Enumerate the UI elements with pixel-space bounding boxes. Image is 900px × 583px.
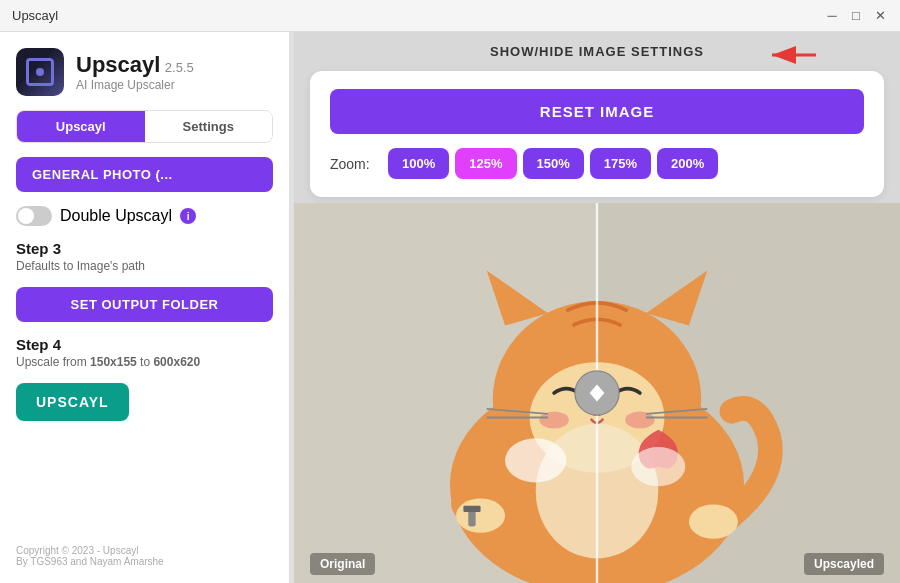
close-button[interactable]: ✕ xyxy=(872,8,888,24)
app-title-group: Upscayl 2.5.5 AI Image Upscaler xyxy=(76,52,194,92)
app-name: Upscayl xyxy=(76,52,160,77)
app-header: Upscayl 2.5.5 AI Image Upscaler xyxy=(16,48,273,96)
main-layout: Upscayl 2.5.5 AI Image Upscaler Upscayl … xyxy=(0,32,900,583)
svg-point-15 xyxy=(456,498,505,532)
reset-image-button[interactable]: RESET IMAGE xyxy=(330,89,864,134)
cat-svg xyxy=(294,203,900,583)
red-arrow-icon xyxy=(768,42,820,72)
step4-desc1: Upscale from xyxy=(16,355,90,369)
step4-middle: to xyxy=(137,355,154,369)
zoom-buttons: 100% 125% 150% 175% 200% xyxy=(388,148,718,179)
step4-bold2: 600x620 xyxy=(153,355,200,369)
toggle-knob xyxy=(18,208,34,224)
zoom-100[interactable]: 100% xyxy=(388,148,449,179)
zoom-row: Zoom: 100% 125% 150% 175% 200% xyxy=(330,148,864,179)
copyright-section: Copyright © 2023 - Upscayl By TGS963 and… xyxy=(16,545,273,567)
app-logo xyxy=(16,48,64,96)
double-upscayl-row: Double Upscayl i xyxy=(16,206,273,226)
minimize-button[interactable]: ─ xyxy=(824,8,840,24)
maximize-button[interactable]: □ xyxy=(848,8,864,24)
copyright-text: Copyright © 2023 - Upscayl xyxy=(16,545,273,556)
main-content: SHOW/HIDE IMAGE SETTINGS RESET IMAGE Zoo… xyxy=(294,32,900,583)
svg-point-25 xyxy=(631,447,685,486)
zoom-150[interactable]: 150% xyxy=(523,148,584,179)
title-bar-controls: ─ □ ✕ xyxy=(824,8,888,24)
step3-desc: Defaults to Image's path xyxy=(16,259,273,273)
tab-settings[interactable]: Settings xyxy=(145,111,273,142)
info-badge[interactable]: i xyxy=(180,208,196,224)
zoom-125[interactable]: 125% xyxy=(455,148,516,179)
app-logo-inner xyxy=(26,58,54,86)
title-bar: Upscayl ─ □ ✕ xyxy=(0,0,900,32)
show-hide-bar: SHOW/HIDE IMAGE SETTINGS xyxy=(294,32,900,71)
double-upscayl-toggle[interactable] xyxy=(16,206,52,226)
sidebar: Upscayl 2.5.5 AI Image Upscaler Upscayl … xyxy=(0,32,290,583)
step3-section: Step 3 Defaults to Image's path xyxy=(16,240,273,273)
svg-rect-19 xyxy=(463,506,480,512)
app-subtitle: AI Image Upscaler xyxy=(76,78,194,92)
step3-label: Step 3 xyxy=(16,240,273,257)
show-hide-label[interactable]: SHOW/HIDE IMAGE SETTINGS xyxy=(490,44,704,59)
step4-bold1: 150x155 xyxy=(90,355,137,369)
title-bar-title: Upscayl xyxy=(12,8,824,23)
svg-point-24 xyxy=(505,438,566,482)
model-button[interactable]: GENERAL PHOTO (... xyxy=(16,157,273,192)
app-version: 2.5.5 xyxy=(165,60,194,75)
label-upscayled: Upscayled xyxy=(804,553,884,575)
zoom-200[interactable]: 200% xyxy=(657,148,718,179)
tab-upscayl[interactable]: Upscayl xyxy=(17,111,145,142)
tab-group: Upscayl Settings xyxy=(16,110,273,143)
double-upscayl-label: Double Upscayl xyxy=(60,207,172,225)
step4-label: Step 4 xyxy=(16,336,273,353)
zoom-175[interactable]: 175% xyxy=(590,148,651,179)
image-settings-panel: RESET IMAGE Zoom: 100% 125% 150% 175% 20… xyxy=(310,71,884,197)
app-logo-dot xyxy=(36,68,44,76)
step4-section: Step 4 Upscale from 150x155 to 600x620 xyxy=(16,336,273,369)
madeby-text: By TGS963 and Nayam Amarshe xyxy=(16,556,273,567)
svg-point-16 xyxy=(689,505,738,539)
upscayl-button[interactable]: UPSCAYL xyxy=(16,383,129,421)
zoom-label: Zoom: xyxy=(330,156,378,172)
set-output-button[interactable]: SET OUTPUT FOLDER xyxy=(16,287,273,322)
label-original: Original xyxy=(310,553,375,575)
step4-desc: Upscale from 150x155 to 600x620 xyxy=(16,355,273,369)
image-preview-area: Original Upscayled xyxy=(294,203,900,583)
